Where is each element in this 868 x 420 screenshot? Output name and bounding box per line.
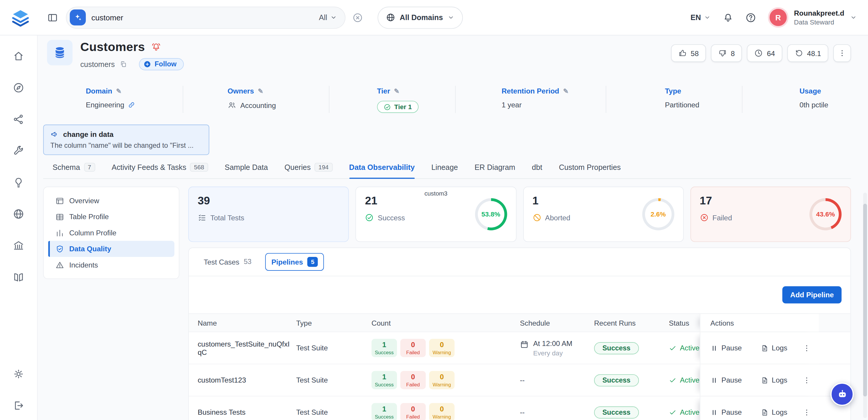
pause-button[interactable]: Pause	[710, 376, 742, 384]
bot-icon	[836, 388, 848, 400]
meta-value[interactable]: Accounting	[240, 101, 276, 110]
glossary-icon[interactable]	[13, 271, 24, 283]
home-icon[interactable]	[13, 51, 24, 62]
table-row[interactable]: Business Tests Test Suite 1Success 0Fail…	[189, 396, 850, 420]
table-row[interactable]: customTest123 Test Suite 1Success 0Faile…	[189, 364, 850, 396]
meta-type: Type Partitioned	[606, 86, 742, 113]
row-more-icon[interactable]	[802, 343, 811, 353]
govern-icon[interactable]	[13, 240, 24, 251]
menu-item-incidents[interactable]: Incidents	[48, 257, 174, 273]
success-count-chip: 1Success	[372, 403, 397, 420]
tab-queries[interactable]: Queries194	[285, 163, 333, 178]
menu-item-table-profile[interactable]: Table Profile	[48, 209, 174, 225]
tab-sample-data[interactable]: Sample Data	[225, 163, 268, 178]
sidebar-bottom	[13, 368, 24, 411]
meta-usage: Usage 0th pctile	[742, 86, 851, 113]
add-pipeline-button[interactable]: Add Pipeline	[782, 287, 841, 303]
recent-run-badge[interactable]: Success	[594, 406, 639, 418]
app-logo-icon[interactable]	[11, 8, 30, 27]
announcement-card[interactable]: change in data The column "name" will be…	[43, 124, 209, 155]
pipeline-name[interactable]: Business Tests	[197, 408, 296, 416]
search-input[interactable]	[91, 13, 313, 22]
tab-count: 568	[190, 163, 208, 172]
ai-search-icon[interactable]	[70, 9, 86, 25]
copy-icon[interactable]	[120, 60, 127, 68]
subtab-test-cases[interactable]: Test Cases 53	[197, 254, 257, 270]
pipeline-name[interactable]: customers_TestSuite_nuQfxIqC	[197, 340, 296, 356]
megaphone-icon	[51, 130, 59, 138]
insights-icon[interactable]	[13, 177, 24, 188]
pause-button[interactable]: Pause	[710, 344, 742, 352]
announcement-alarm-icon[interactable]	[151, 42, 161, 52]
menu-item-overview[interactable]: Overview	[48, 192, 174, 209]
chat-bot-button[interactable]	[831, 383, 854, 406]
help-icon[interactable]	[745, 12, 756, 23]
downvote-button[interactable]: 8	[711, 44, 742, 62]
tab-label: Sample Data	[225, 163, 268, 171]
success-value: 21	[365, 194, 405, 207]
row-more-icon[interactable]	[802, 376, 811, 385]
pause-button[interactable]: Pause	[710, 408, 742, 416]
data-assets-icon[interactable]	[13, 114, 24, 125]
tab-data-observability[interactable]: Data Observability	[349, 163, 415, 178]
edit-icon[interactable]: ✎	[563, 88, 569, 95]
menu-item-data-quality[interactable]: Data Quality	[48, 241, 174, 257]
scrollbar-thumb[interactable]	[863, 204, 867, 396]
clock-icon	[754, 49, 763, 58]
pipeline-name[interactable]: customTest123	[197, 376, 296, 384]
table-profile-icon	[56, 212, 64, 221]
summary-cards: 39 Total Tests custom3 21	[188, 187, 851, 242]
meta-owners: Owners✎ Accounting	[183, 86, 329, 113]
follow-button[interactable]: Follow	[139, 58, 184, 70]
recent-run-badge[interactable]: Success	[594, 374, 639, 386]
upvote-button[interactable]: 58	[671, 44, 706, 62]
edit-icon[interactable]: ✎	[394, 88, 400, 95]
overview-icon	[56, 196, 64, 205]
tab-lineage[interactable]: Lineage	[431, 163, 458, 178]
recent-run-badge[interactable]: Success	[594, 342, 639, 354]
check-icon	[669, 376, 677, 384]
logout-icon[interactable]	[13, 400, 24, 411]
sidebar-toggle-icon[interactable]	[47, 12, 58, 23]
meta-value[interactable]: Engineering	[86, 101, 124, 109]
tab-schema[interactable]: Schema7	[53, 163, 95, 178]
language-dropdown[interactable]: EN	[690, 13, 711, 22]
row-more-icon[interactable]	[802, 408, 811, 417]
entity-more-button[interactable]	[833, 44, 851, 62]
table-row[interactable]: customers_TestSuite_nuQfxIqC Test Suite …	[189, 332, 850, 364]
tab-dbt[interactable]: dbt	[532, 163, 542, 178]
tab-custom-properties[interactable]: Custom Properties	[559, 163, 621, 178]
logs-button[interactable]: Logs	[761, 408, 787, 416]
domains-dropdown[interactable]: All Domains	[377, 6, 463, 29]
edit-icon[interactable]: ✎	[116, 88, 122, 95]
edit-icon[interactable]: ✎	[258, 88, 264, 95]
search-scope-label: All	[319, 13, 327, 22]
col-recent-runs: Recent Runs	[594, 319, 669, 327]
search-scope-dropdown[interactable]: All	[319, 13, 337, 22]
logs-button[interactable]: Logs	[761, 344, 787, 352]
aborted-card: 1 Aborted 2.6%	[523, 187, 684, 242]
warning-count-chip: 0Warning	[429, 339, 455, 357]
freshness-button[interactable]: 48.1	[787, 44, 828, 62]
plus-circle-icon	[144, 60, 151, 68]
domains-icon[interactable]	[13, 208, 24, 220]
user-menu[interactable]: R Rounakpreet.d Data Steward	[768, 7, 857, 27]
avatar[interactable]: R	[768, 7, 788, 27]
settings-icon[interactable]	[13, 368, 24, 380]
subtab-pipelines[interactable]: Pipelines 5	[266, 253, 324, 271]
success-rate-donut: 53.8%	[475, 198, 507, 230]
menu-item-column-profile[interactable]: Column Profile	[48, 225, 174, 241]
notifications-bell-icon[interactable]	[722, 12, 734, 23]
services-icon[interactable]	[13, 145, 24, 157]
views-button[interactable]: 64	[747, 44, 782, 62]
tab-er-diagram[interactable]: ER Diagram	[474, 163, 515, 178]
clear-search-icon[interactable]	[352, 12, 363, 23]
pipelines-table-header: Name Type Count Schedule Recent Runs Sta…	[189, 313, 850, 332]
meta-label: Domain	[86, 87, 112, 95]
meta-label: Usage	[800, 87, 821, 95]
tab-activity-feeds[interactable]: Activity Feeds & Tasks568	[112, 163, 208, 178]
explore-icon[interactable]	[13, 82, 24, 93]
views-count: 64	[767, 49, 775, 57]
global-search[interactable]: All	[66, 6, 345, 29]
logs-button[interactable]: Logs	[761, 376, 787, 384]
